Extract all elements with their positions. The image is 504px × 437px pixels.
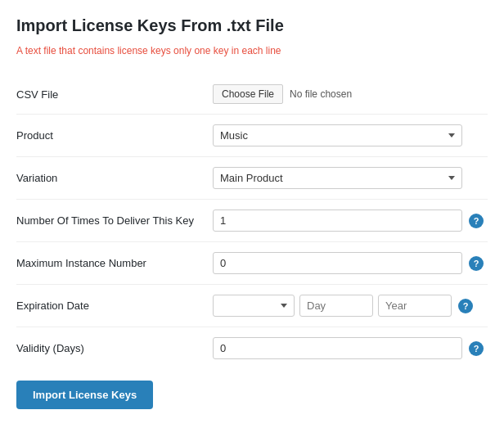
subtitle-highlight: each line bbox=[241, 45, 281, 56]
csv-file-label: CSV File bbox=[16, 88, 213, 101]
csv-file-row: CSV File Choose File No file chosen bbox=[16, 76, 488, 112]
product-control: Music Software eBook bbox=[213, 124, 488, 146]
expiration-month-select[interactable]: January February March April May June Ju… bbox=[213, 295, 295, 317]
csv-file-control: Choose File No file chosen bbox=[213, 84, 488, 104]
expiration-fields: January February March April May June Ju… bbox=[213, 295, 452, 317]
product-label: Product bbox=[16, 129, 213, 142]
no-file-text: No file chosen bbox=[290, 88, 352, 100]
max-instance-label: Maximum Instance Number bbox=[16, 257, 213, 269]
expiration-year-input[interactable] bbox=[378, 295, 452, 317]
max-instance-help-icon[interactable]: ? bbox=[469, 256, 484, 271]
expiration-control: January February March April May June Ju… bbox=[213, 295, 488, 317]
variation-label: Variation bbox=[16, 172, 213, 184]
variation-control: Main Product Variation 1 Variation 2 bbox=[213, 167, 488, 189]
page-title: Import License Keys From .txt File bbox=[16, 16, 488, 35]
deliver-control: ? bbox=[213, 209, 488, 232]
expiration-label: Expiration Date bbox=[16, 300, 213, 312]
max-instance-control: ? bbox=[213, 252, 488, 274]
variation-select[interactable]: Main Product Variation 1 Variation 2 bbox=[213, 167, 462, 189]
validity-control: ? bbox=[213, 337, 488, 359]
validity-row: Validity (Days) ? bbox=[16, 329, 488, 367]
validity-help-icon[interactable]: ? bbox=[469, 341, 484, 356]
subtitle-start: A text file that contains license keys o… bbox=[16, 45, 241, 56]
max-instance-row: Maximum Instance Number ? bbox=[16, 244, 488, 282]
deliver-row: Number Of Times To Deliver This Key ? bbox=[16, 201, 488, 240]
expiration-help-icon[interactable]: ? bbox=[458, 299, 473, 313]
page-subtitle: A text file that contains license keys o… bbox=[16, 45, 488, 56]
max-instance-input[interactable] bbox=[213, 252, 462, 274]
choose-file-button[interactable]: Choose File bbox=[213, 84, 283, 104]
expiration-day-input[interactable] bbox=[299, 295, 373, 317]
product-select[interactable]: Music Software eBook bbox=[213, 124, 462, 146]
validity-input[interactable] bbox=[213, 337, 462, 359]
product-row: Product Music Software eBook bbox=[16, 116, 488, 155]
deliver-input[interactable] bbox=[213, 209, 462, 232]
variation-row: Variation Main Product Variation 1 Varia… bbox=[16, 159, 488, 197]
validity-label: Validity (Days) bbox=[16, 342, 213, 354]
deliver-label: Number Of Times To Deliver This Key bbox=[16, 214, 213, 227]
expiration-row: Expiration Date January February March A… bbox=[16, 286, 488, 325]
import-license-keys-button[interactable]: Import License Keys bbox=[16, 381, 153, 409]
deliver-help-icon[interactable]: ? bbox=[469, 214, 484, 228]
